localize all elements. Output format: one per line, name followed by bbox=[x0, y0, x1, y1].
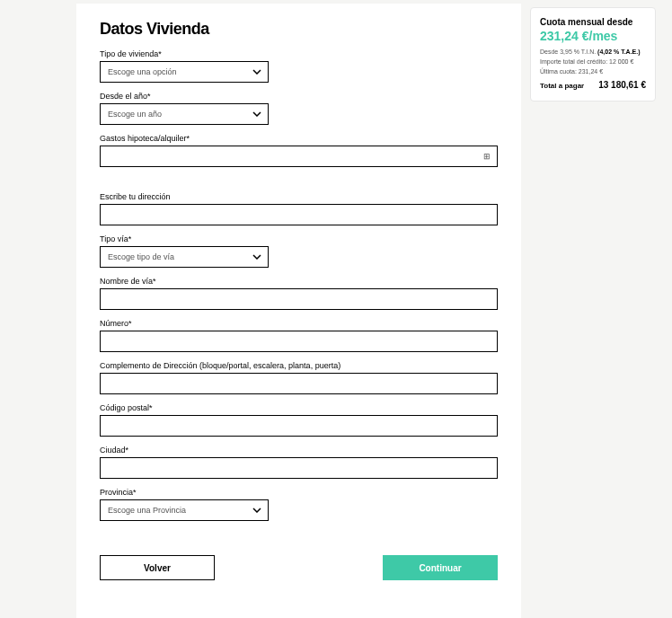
field-direccion: Escribe tu dirección bbox=[100, 192, 498, 225]
label-numero: Número* bbox=[100, 319, 498, 328]
summary-tae: (4,02 % T.A.E.) bbox=[597, 49, 640, 55]
input-nombre-via[interactable] bbox=[100, 288, 498, 310]
field-tipo-vivienda: Tipo de vivienda* Escoge una opción bbox=[100, 49, 498, 83]
select-provincia[interactable]: Escoge una Provincia bbox=[100, 499, 269, 521]
input-wrap-gastos: ⊞ bbox=[100, 146, 498, 167]
label-desde-ano: Desde el año* bbox=[100, 92, 498, 101]
label-codigo-postal: Código postal* bbox=[100, 403, 498, 412]
label-gastos: Gastos hipoteca/alquiler* bbox=[100, 134, 498, 143]
continue-button[interactable]: Continuar bbox=[383, 555, 498, 580]
form-title: Datos Vivienda bbox=[100, 20, 498, 39]
input-gastos[interactable] bbox=[100, 146, 498, 167]
label-direccion: Escribe tu dirección bbox=[100, 192, 498, 201]
summary-total-value: 13 180,61 € bbox=[598, 80, 646, 90]
summary-tin-prefix: Desde 3,95 % T.I.N. bbox=[540, 49, 597, 55]
label-tipo-via: Tipo vía* bbox=[100, 234, 498, 243]
button-row: Volver Continuar bbox=[100, 555, 498, 580]
keypad-icon: ⊞ bbox=[483, 152, 491, 161]
field-complemento: Complemento de Dirección (bloque/portal,… bbox=[100, 361, 498, 394]
summary-importe: Importe total del crédito: 12 000 € bbox=[540, 58, 646, 65]
select-tipo-vivienda[interactable]: Escoge una opción bbox=[100, 61, 269, 83]
label-complemento: Complemento de Dirección (bloque/portal,… bbox=[100, 361, 498, 370]
select-wrap-provincia: Escoge una Provincia bbox=[100, 499, 269, 521]
field-tipo-via: Tipo vía* Escoge tipo de vía bbox=[100, 234, 498, 268]
label-ciudad: Ciudad* bbox=[100, 446, 498, 455]
field-ciudad: Ciudad* bbox=[100, 446, 498, 479]
input-numero[interactable] bbox=[100, 331, 498, 352]
summary-card: Cuota mensual desde 231,24 €/mes Desde 3… bbox=[530, 7, 656, 102]
summary-ultima: Última cuota: 231,24 € bbox=[540, 68, 646, 75]
select-desde-ano[interactable]: Escoge un año bbox=[100, 103, 269, 125]
field-gastos: Gastos hipoteca/alquiler* ⊞ bbox=[100, 134, 498, 167]
label-provincia: Provincia* bbox=[100, 488, 498, 497]
field-codigo-postal: Código postal* bbox=[100, 403, 498, 437]
summary-total-label: Total a pagar bbox=[540, 82, 584, 90]
select-wrap-desde-ano: Escoge un año bbox=[100, 103, 269, 125]
summary-price: 231,24 €/mes bbox=[540, 29, 646, 43]
housing-form-card: Datos Vivienda Tipo de vivienda* Escoge … bbox=[76, 4, 521, 618]
summary-title: Cuota mensual desde bbox=[540, 17, 646, 27]
input-ciudad[interactable] bbox=[100, 457, 498, 479]
input-complemento[interactable] bbox=[100, 373, 498, 394]
select-tipo-via[interactable]: Escoge tipo de vía bbox=[100, 246, 269, 268]
summary-tin-line: Desde 3,95 % T.I.N. (4,02 % T.A.E.) bbox=[540, 49, 646, 55]
input-codigo-postal[interactable] bbox=[100, 415, 498, 437]
label-tipo-vivienda: Tipo de vivienda* bbox=[100, 49, 498, 58]
field-provincia: Provincia* Escoge una Provincia bbox=[100, 488, 498, 521]
back-button[interactable]: Volver bbox=[100, 555, 215, 580]
select-wrap-tipo-via: Escoge tipo de vía bbox=[100, 246, 269, 268]
input-direccion[interactable] bbox=[100, 204, 498, 225]
label-nombre-via: Nombre de vía* bbox=[100, 277, 498, 286]
field-desde-ano: Desde el año* Escoge un año bbox=[100, 92, 498, 125]
select-wrap-tipo-vivienda: Escoge una opción bbox=[100, 61, 269, 83]
field-nombre-via: Nombre de vía* bbox=[100, 277, 498, 310]
field-numero: Número* bbox=[100, 319, 498, 352]
summary-total-row: Total a pagar 13 180,61 € bbox=[540, 80, 646, 90]
